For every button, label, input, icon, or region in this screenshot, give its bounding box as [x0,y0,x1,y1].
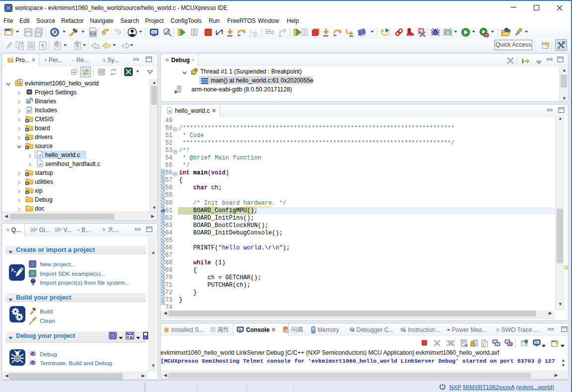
svg-text:c: c [19,79,21,83]
svg-text:10: 10 [27,100,30,104]
svg-text:PA: PA [129,333,132,335]
svg-text:i: i [522,57,524,65]
svg-text:.c: .c [38,162,42,166]
svg-text:¶: ¶ [41,43,44,49]
svg-text:.c: .c [168,109,171,113]
svg-text:SWO: SWO [496,330,499,331]
svg-text:h: h [28,109,30,113]
svg-text:.c: .c [38,153,42,157]
svg-text:010: 010 [90,32,95,35]
